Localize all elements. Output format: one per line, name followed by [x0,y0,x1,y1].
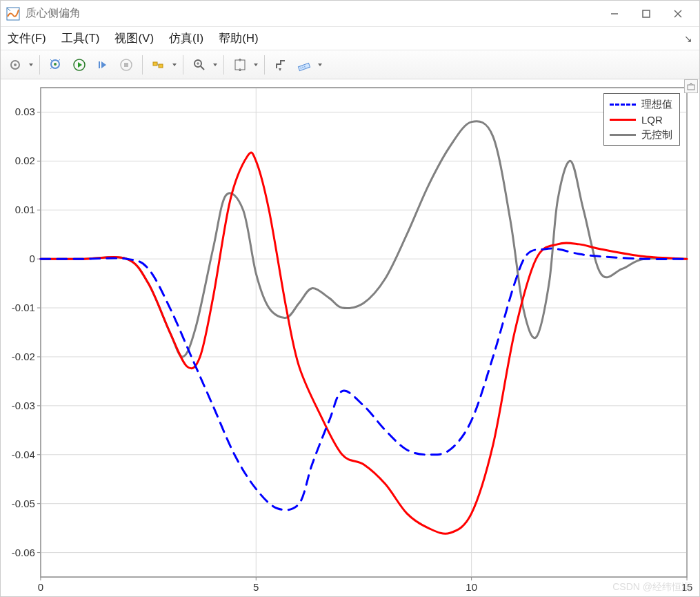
svg-text:0.02: 0.02 [15,155,35,166]
chart-area: -0.06-0.05-0.04-0.03-0.02-0.0100.010.020… [1,79,699,596]
legend-swatch-lqr [610,119,636,121]
autoscale-button[interactable] [230,55,250,75]
svg-line-18 [201,66,204,70]
step-forward-button[interactable] [92,55,113,75]
svg-marker-10 [78,62,82,68]
legend-item-nocontrol: 无控制 [610,127,672,142]
svg-text:0.01: 0.01 [15,204,35,215]
svg-text:-0.05: -0.05 [12,498,35,509]
svg-rect-2 [643,10,650,17]
minimize-button[interactable] [599,3,630,25]
menu-view[interactable]: 视图(V) [114,30,154,46]
zoom-dropdown[interactable] [212,63,218,66]
svg-text:-0.04: -0.04 [12,449,35,460]
svg-text:0: 0 [38,581,43,593]
svg-line-26 [305,66,306,67]
autoscale-dropdown[interactable] [253,63,259,66]
menu-simulation[interactable]: 仿真(I) [169,30,203,46]
measurements-button[interactable] [294,55,314,75]
svg-text:5: 5 [253,581,259,593]
menu-file[interactable]: 文件(F) [8,30,46,46]
svg-marker-22 [279,68,281,71]
svg-rect-16 [159,64,163,68]
app-icon [6,7,20,21]
chart-svg: -0.06-0.05-0.04-0.03-0.02-0.0100.010.020… [1,79,699,596]
svg-point-6 [14,63,17,66]
scope-maximize-icon[interactable] [684,79,698,93]
svg-text:10: 10 [466,581,477,593]
svg-rect-23 [298,63,310,70]
window-title: 质心侧偏角 [26,6,81,21]
menu-bar: 文件(F) 工具(T) 视图(V) 仿真(I) 帮助(H) ↘ [1,27,699,50]
measurements-dropdown[interactable] [317,63,323,66]
settings-button[interactable] [5,55,26,75]
highlight-dropdown[interactable] [172,63,177,66]
highlight-signal-button[interactable] [148,55,169,75]
svg-rect-21 [235,60,245,70]
legend-item-ideal: 理想值 [610,97,672,112]
svg-text:-0.01: -0.01 [12,302,35,313]
toolbar [1,50,699,79]
svg-point-8 [54,63,57,66]
run-button[interactable] [69,55,90,75]
menu-tools[interactable]: 工具(T) [61,30,100,46]
menu-help[interactable]: 帮助(H) [219,30,259,46]
svg-marker-12 [101,61,106,68]
svg-text:-0.06: -0.06 [12,547,35,558]
legend-swatch-nocontrol [610,134,636,136]
title-bar: 质心侧偏角 [1,1,699,27]
svg-line-24 [301,67,301,68]
legend-swatch-ideal [610,104,636,106]
svg-text:-0.02: -0.02 [12,351,35,362]
legend-label-lqr: LQR [641,114,663,126]
find-signal-button[interactable] [46,55,66,75]
svg-text:0: 0 [30,253,35,264]
watermark: CSDN @经纬恒润 [612,581,691,594]
zoom-button[interactable] [189,55,210,75]
svg-rect-11 [99,61,100,68]
legend-label-ideal: 理想值 [641,98,672,111]
svg-rect-71 [688,85,694,90]
stop-button[interactable] [116,55,137,75]
settings-dropdown[interactable] [28,63,34,66]
svg-line-25 [303,66,303,68]
svg-text:-0.03: -0.03 [12,400,35,411]
maximize-button[interactable] [630,3,662,25]
svg-text:0.03: 0.03 [15,106,35,117]
triggers-button[interactable] [270,55,291,75]
menu-more-icon[interactable]: ↘ [684,33,692,44]
legend-label-nocontrol: 无控制 [641,128,672,141]
legend[interactable]: 理想值 LQR 无控制 [603,93,680,146]
svg-rect-15 [153,62,157,66]
svg-rect-14 [124,63,128,67]
app-window: 质心侧偏角 文件(F) 工具(T) 视图(V) 仿真(I) 帮助(H) ↘ [0,0,700,597]
legend-item-lqr: LQR [610,112,672,127]
close-button[interactable] [662,3,694,25]
